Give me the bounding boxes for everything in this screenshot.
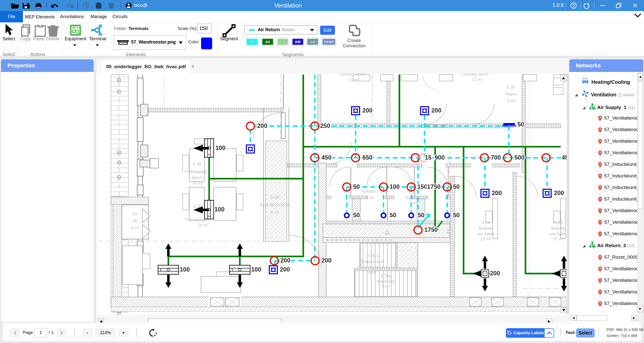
svg-text:0.29-1: 0.29-1 [367,254,379,258]
svg-text:soc loket: soc loket [549,232,566,236]
svg-text:200: 200 [490,270,500,277]
svg-text:200: 200 [321,257,331,264]
svg-text:4pers.: 4pers. [192,175,203,180]
svg-text:5 m²: 5 m² [382,284,390,289]
svg-text:Belplek: Belplek [551,226,565,231]
svg-text:5 m²: 5 m² [409,201,418,205]
svg-text:2 m²: 2 m² [271,210,279,215]
svg-text:16 m²: 16 m² [198,223,209,227]
svg-text:1 m²: 1 m² [131,225,139,230]
svg-text:200: 200 [257,122,267,129]
svg-text:900: 900 [435,154,445,161]
svg-text:450: 450 [321,154,331,161]
svg-text:250: 250 [320,122,330,129]
svg-text:lift: lift [133,218,137,223]
svg-text:50: 50 [453,212,460,218]
svg-text:0.40: 0.40 [271,195,279,200]
svg-text:200: 200 [554,189,564,196]
svg-text:0.26: 0.26 [507,85,515,90]
svg-text:200: 200 [431,107,441,114]
svg-text:50: 50 [453,183,460,190]
svg-text:0.24: 0.24 [481,220,490,225]
svg-text:0.38: 0.38 [193,162,201,167]
svg-text:Repro: Repro [505,92,517,96]
svg-text:200: 200 [280,257,290,264]
svg-text:500: 500 [514,154,524,161]
svg-text:Overleg 4pers: Overleg 4pers [462,73,489,77]
svg-text:?: ? [572,4,575,8]
svg-text:1750: 1750 [427,183,440,190]
svg-text:100: 100 [214,206,224,213]
svg-text:Overleg 4pers: Overleg 4pers [339,73,366,77]
svg-text:200: 200 [280,266,290,273]
svg-text:8 m²: 8 m² [368,270,377,275]
svg-text:26 m²: 26 m² [192,181,203,185]
svg-text:Kast MER/SER: Kast MER/SER [260,203,289,207]
svg-text:11 m²: 11 m² [472,77,483,82]
svg-text:Belplek: Belplek [479,226,493,231]
svg-text:Toiletten: Toiletten [361,189,376,194]
svg-text:150: 150 [417,183,427,190]
svg-text:100: 100 [215,144,225,151]
svg-text:100: 100 [390,183,400,190]
svg-text:50: 50 [517,121,524,128]
svg-text:0.29a: 0.29a [381,274,391,278]
svg-text:0.29: 0.29 [554,220,562,225]
svg-text:50: 50 [353,183,360,190]
svg-text:13 m²: 13 m² [480,237,491,241]
svg-text:3 m²: 3 m² [507,98,516,103]
svg-text:100: 100 [251,266,261,273]
svg-text:5 m²: 5 m² [366,196,374,200]
svg-text:Werkkast: Werkkast [377,279,395,284]
svg-text:11 m²: 11 m² [349,77,360,82]
svg-text:Toilette: Toilette [405,196,419,200]
svg-text:700: 700 [491,154,501,161]
svg-text:15: 15 [425,154,432,161]
svg-text:Werkplek: Werkplek [189,169,207,174]
svg-text:50: 50 [353,212,360,218]
svg-text:Trappenhuis: Trappenhuis [361,259,385,264]
svg-text:50: 50 [390,212,396,218]
svg-text:55: 55 [133,212,137,216]
svg-text:200: 200 [492,189,502,196]
svg-text:1750: 1750 [424,226,438,233]
svg-text:200: 200 [362,107,372,114]
svg-text:50: 50 [418,212,425,218]
svg-text:soc loket: soc loket [477,232,494,236]
svg-text:12 m²: 12 m² [553,237,564,241]
svg-text:100: 100 [180,266,190,273]
svg-text:650: 650 [362,154,372,161]
